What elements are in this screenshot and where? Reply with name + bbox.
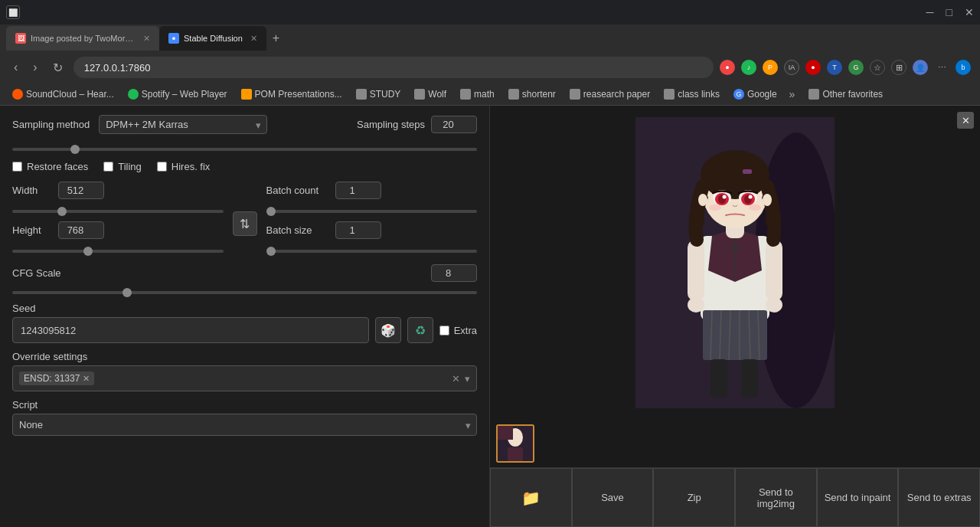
extra-checkbox[interactable]: [439, 326, 449, 336]
restore-faces-checkbox[interactable]: [12, 162, 22, 172]
tab-label-1: Stable Diffusion: [184, 34, 243, 43]
tab-close-1[interactable]: ✕: [250, 34, 257, 44]
tab-close-0[interactable]: ✕: [143, 34, 150, 44]
batch-size-slider-container: [266, 244, 478, 255]
new-tab-button[interactable]: +: [266, 28, 286, 48]
back-button[interactable]: ‹: [9, 59, 22, 76]
tab-1[interactable]: ● Stable Diffusion ✕: [159, 26, 266, 51]
extra-checkbox-row: Extra: [439, 325, 477, 336]
width-slider[interactable]: [12, 210, 224, 213]
hires-fix-checkbox-row: Hires. fix: [157, 161, 211, 172]
left-panel: Sampling method DPM++ 2M Karras ▾ Sampli…: [0, 106, 490, 527]
sampling-method-select[interactable]: DPM++ 2M Karras: [99, 115, 267, 134]
bookmark-shortenr[interactable]: shortenr: [502, 87, 562, 102]
script-dropdown-wrapper: None ▾: [12, 414, 477, 436]
bookmark-study[interactable]: STUDY: [350, 87, 407, 102]
bookmark-pom[interactable]: POM Presentations...: [235, 87, 348, 102]
thumbnail-0[interactable]: [496, 424, 534, 463]
cfg-scale-section: CFG Scale: [12, 264, 477, 296]
bookmark-other-favorites[interactable]: Other favorites: [802, 87, 889, 102]
bookmark-spotify[interactable]: Spotify – Web Player: [122, 87, 234, 102]
svg-point-28: [749, 195, 753, 199]
sampling-steps-right: Sampling steps: [357, 116, 477, 133]
cfg-scale-slider[interactable]: [12, 291, 477, 294]
maximize-button[interactable]: □: [946, 6, 952, 18]
send-to-img2img-button[interactable]: Send to img2img: [735, 468, 817, 527]
zip-button[interactable]: Zip: [653, 468, 735, 527]
ensd-tag-close[interactable]: ✕: [83, 374, 90, 384]
pom-icon[interactable]: P: [763, 60, 778, 75]
right-panel: ✕: [490, 106, 980, 527]
save-label: Save: [601, 492, 624, 503]
reload-button[interactable]: ↻: [48, 59, 67, 77]
seed-recycle-button[interactable]: ♻: [407, 317, 433, 343]
anime-svg: [635, 117, 835, 408]
bing-icon[interactable]: b: [956, 60, 971, 75]
batch-count-slider[interactable]: [266, 210, 478, 213]
send-to-extras-button[interactable]: Send to extras: [898, 468, 980, 527]
folder-button[interactable]: 📁: [490, 468, 572, 527]
ensd-tag: ENSD: 31337 ✕: [19, 372, 94, 385]
extensions-icon[interactable]: ●: [720, 60, 735, 75]
height-slider[interactable]: [12, 250, 224, 253]
extra-label: Extra: [454, 325, 477, 336]
close-button[interactable]: ✕: [965, 6, 974, 18]
svg-point-29: [709, 205, 721, 211]
bookmark-soundcloud[interactable]: SoundCloud – Hear...: [6, 87, 120, 102]
close-image-button[interactable]: ✕: [957, 112, 974, 129]
tab-0[interactable]: 🖼 Image posted by TwoMoreTimes... ✕: [6, 26, 159, 51]
send-to-inpaint-button[interactable]: Send to inpaint: [817, 468, 899, 527]
seed-dice-button[interactable]: 🎲: [375, 317, 401, 343]
bookmarks-more-button[interactable]: »: [785, 87, 800, 102]
more-button[interactable]: ⋯: [934, 60, 949, 75]
cfg-scale-input[interactable]: [431, 264, 477, 282]
study-bm-icon: [356, 89, 367, 100]
dimensions-section: Width Height: [12, 182, 224, 258]
batch-size-slider[interactable]: [266, 250, 478, 253]
script-select[interactable]: None: [12, 414, 477, 436]
forward-button[interactable]: ›: [28, 59, 41, 76]
bookmark-label-research: reasearch paper: [583, 89, 650, 100]
svg-rect-12: [710, 359, 727, 398]
seed-input[interactable]: [12, 317, 369, 343]
bookmark-label-shortenr: shortenr: [522, 89, 556, 100]
override-settings-label: Override settings: [12, 351, 87, 362]
bookmark-label-class-links: class links: [678, 89, 720, 100]
bookmark-math[interactable]: math: [454, 87, 501, 102]
width-input[interactable]: [58, 182, 104, 199]
bookmark-wolf[interactable]: Wolf: [408, 87, 452, 102]
sampling-steps-label: Sampling steps: [357, 119, 425, 130]
bookmark-research[interactable]: reasearch paper: [564, 87, 656, 102]
tab-favicon-1: ●: [168, 33, 179, 44]
icon3[interactable]: T: [827, 60, 842, 75]
tag-clear-button[interactable]: ✕: [452, 373, 460, 385]
window-icon: ⬜: [6, 5, 20, 19]
star-button[interactable]: ☆: [870, 60, 885, 75]
cfg-scale-row: CFG Scale: [12, 264, 477, 282]
batch-count-input[interactable]: [335, 182, 381, 199]
ia-icon[interactable]: IA: [784, 60, 799, 75]
sampling-steps-slider[interactable]: [12, 148, 477, 151]
seed-row: 🎲 ♻ Extra: [12, 317, 477, 343]
save-button[interactable]: Save: [572, 468, 654, 527]
spotify-icon[interactable]: ♪: [741, 60, 756, 75]
hires-fix-checkbox[interactable]: [157, 162, 167, 172]
tag-dropdown-button[interactable]: ▾: [465, 373, 470, 385]
minimize-button[interactable]: ─: [926, 6, 934, 18]
profile-icon[interactable]: 👤: [913, 60, 928, 75]
icon4[interactable]: G: [848, 60, 864, 75]
folder-icon: 📁: [521, 489, 541, 507]
title-bar: ⬜ ─ □ ✕: [0, 0, 980, 25]
tiling-checkbox[interactable]: [103, 162, 113, 172]
batch-size-input[interactable]: [335, 221, 381, 239]
icon2[interactable]: ●: [805, 60, 821, 75]
collection-icon[interactable]: ⊞: [891, 60, 906, 75]
bookmark-google[interactable]: G Google: [727, 87, 783, 102]
address-input[interactable]: [74, 57, 714, 78]
sampling-steps-input[interactable]: [431, 116, 477, 133]
title-bar-controls[interactable]: ─ □ ✕: [926, 6, 974, 18]
width-row: Width: [12, 182, 224, 199]
height-input[interactable]: [58, 221, 104, 239]
swap-button[interactable]: ⇅: [233, 211, 257, 236]
bookmark-class-links[interactable]: class links: [658, 87, 726, 102]
